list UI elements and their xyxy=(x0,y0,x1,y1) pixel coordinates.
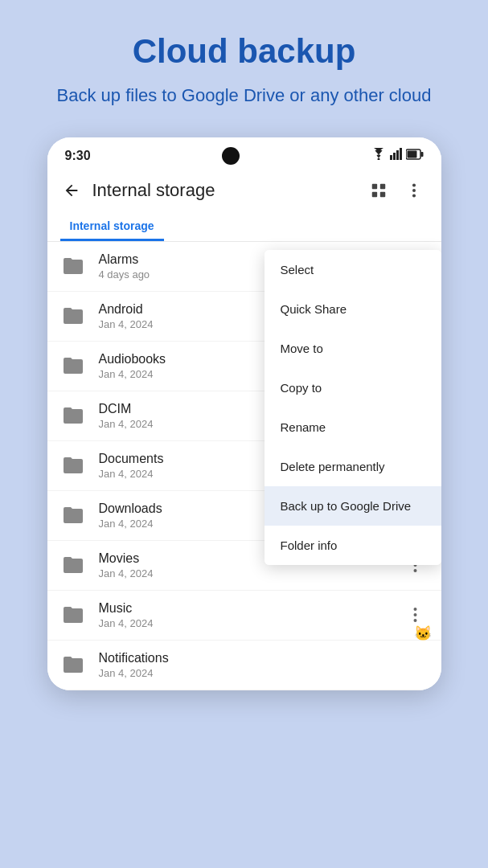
folder-icon xyxy=(60,602,86,628)
svg-point-19 xyxy=(414,613,417,616)
folder-icon xyxy=(60,303,86,329)
svg-point-20 xyxy=(414,619,417,622)
status-icons xyxy=(371,148,424,163)
file-list: Alarms 4 days ago Android Jan 4, 2024 Au… xyxy=(47,242,441,690)
file-date: Jan 4, 2024 xyxy=(99,667,429,679)
folder-icon xyxy=(60,652,86,678)
svg-rect-7 xyxy=(420,152,423,157)
svg-point-17 xyxy=(414,569,417,572)
folder-icon xyxy=(60,502,86,528)
list-item: Notifications Jan 4, 2024 xyxy=(47,641,441,690)
file-name: Notifications xyxy=(99,651,429,665)
svg-rect-11 xyxy=(379,192,384,197)
menu-item-copy-to[interactable]: Copy to xyxy=(265,368,441,407)
app-bar-title: Internal storage xyxy=(92,180,364,201)
file-name: Music xyxy=(99,601,403,616)
overflow-menu-button[interactable] xyxy=(400,176,429,205)
menu-item-rename[interactable]: Rename xyxy=(265,407,441,447)
menu-item-move-to[interactable]: Move to xyxy=(265,329,441,368)
svg-rect-9 xyxy=(379,184,384,189)
svg-point-12 xyxy=(412,183,415,186)
menu-item-backup[interactable]: Back up to Google Drive xyxy=(265,486,441,526)
svg-point-14 xyxy=(412,194,415,197)
folder-icon xyxy=(60,452,86,478)
file-date: Jan 4, 2024 xyxy=(99,567,403,579)
menu-item-delete[interactable]: Delete permanently xyxy=(265,447,441,486)
status-time: 9:30 xyxy=(65,149,91,163)
svg-rect-6 xyxy=(407,150,416,158)
context-menu: Select Quick Share Move to Copy to Renam… xyxy=(265,250,441,565)
battery-icon xyxy=(406,149,424,163)
svg-point-18 xyxy=(414,608,417,611)
tab-bar: Internal storage xyxy=(47,211,441,242)
svg-rect-10 xyxy=(371,192,376,197)
folder-icon xyxy=(60,403,86,428)
overflow-button[interactable]: 🐱 xyxy=(403,602,429,628)
camera-pill xyxy=(222,147,240,165)
folder-icon xyxy=(60,353,86,379)
folder-icon xyxy=(60,552,86,578)
svg-rect-4 xyxy=(400,148,402,160)
svg-rect-3 xyxy=(396,150,399,160)
file-info: Music Jan 4, 2024 xyxy=(99,601,403,629)
list-item: Music Jan 4, 2024 🐱 xyxy=(47,591,441,641)
folder-icon xyxy=(60,253,86,279)
file-date: Jan 4, 2024 xyxy=(99,617,403,629)
app-bar-actions xyxy=(364,176,429,205)
svg-rect-8 xyxy=(371,184,376,189)
file-info: Notifications Jan 4, 2024 xyxy=(99,651,429,679)
page-subtitle: Back up files to Google Drive or any oth… xyxy=(25,84,464,108)
svg-rect-1 xyxy=(390,155,392,160)
menu-item-folder-info[interactable]: Folder info xyxy=(265,526,441,565)
menu-item-select[interactable]: Select xyxy=(265,250,441,289)
grid-view-button[interactable] xyxy=(364,176,393,205)
menu-item-quick-share[interactable]: Quick Share xyxy=(265,289,441,329)
app-bar: Internal storage xyxy=(47,170,441,211)
phone-frame: 9:30 xyxy=(47,137,441,690)
list-item: Downloads Jan 4, 2024 Select Quick Share… xyxy=(47,491,441,541)
signal-icon xyxy=(390,148,403,163)
status-bar: 9:30 xyxy=(47,137,441,170)
svg-rect-2 xyxy=(393,153,396,160)
svg-point-0 xyxy=(377,158,379,161)
wifi-icon xyxy=(371,148,387,163)
svg-point-13 xyxy=(412,189,415,192)
back-button[interactable] xyxy=(57,176,86,205)
page-title: Cloud backup xyxy=(133,32,356,71)
tab-internal-storage[interactable]: Internal storage xyxy=(60,211,164,241)
